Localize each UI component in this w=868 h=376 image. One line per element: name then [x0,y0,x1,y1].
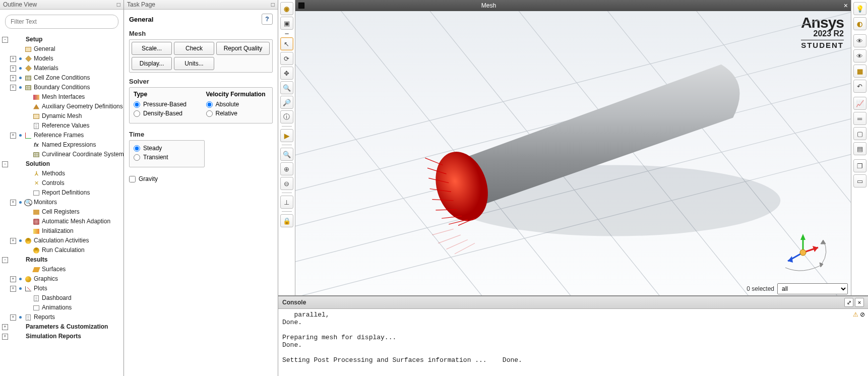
tree-item-controls[interactable]: ✕Controls [0,178,123,188]
tree-item-report-definitions[interactable]: Report Definitions [0,188,123,198]
expander-icon[interactable]: - [2,161,8,167]
tree-item-animations[interactable]: Animations [0,303,123,312]
expander-icon[interactable]: + [10,133,16,139]
tree-item-mesh-interfaces[interactable]: Mesh Interfaces [0,92,123,102]
square-icon[interactable]: ▢ [853,127,866,140]
rotate-icon[interactable]: ⟳ [280,52,293,65]
report-quality-button[interactable]: Report Quality [216,42,270,55]
tree-item-methods[interactable]: ⅄Methods [0,169,123,178]
scale-button[interactable]: Scale... [132,42,172,55]
tree-item-materials[interactable]: +Materials [0,64,123,73]
expander-icon[interactable]: - [2,257,8,263]
tree-item-dynamic-mesh[interactable]: Dynamic Mesh [0,111,123,121]
expander-icon[interactable]: + [2,334,8,340]
zoom-in-icon[interactable]: ⊕ [280,162,293,175]
units-button[interactable]: Units... [174,57,214,70]
tree-item-reference-values[interactable]: Reference Values [0,121,123,131]
zoom-icon[interactable]: 🔎 [280,96,293,109]
cube-icon[interactable]: ▣ [280,17,293,30]
status-dot-icon [17,133,23,139]
rule-icon[interactable]: ═ [853,112,866,125]
undo-icon[interactable]: ↶ [853,80,866,93]
expander-icon[interactable]: + [10,238,16,244]
zoom-box-icon[interactable]: 🔍 [280,81,293,94]
orientation-triad[interactable] [775,225,831,275]
clear-console-icon[interactable]: ⊘ [860,311,865,318]
zoom-fit-icon[interactable]: 🔍 [280,148,293,161]
box-icon[interactable]: ▦ [853,65,866,78]
tree-item-boundary-conditions[interactable]: +Boundary Conditions [0,83,123,92]
overlay-icon[interactable]: ▤ [853,142,866,155]
status-dot-icon [25,94,31,100]
lock-icon[interactable]: 🔒 [280,214,293,227]
tree-item-curvilinear-coordinate-system[interactable]: Curvilinear Coordinate System [0,150,123,159]
tree-item-reports[interactable]: +Reports [0,312,123,322]
tree-item-automatic-mesh-adaption[interactable]: Automatic Mesh Adaption [0,217,123,226]
expander-icon[interactable]: - [2,37,8,43]
radio-steady[interactable]: Steady [134,144,200,153]
viewport-3d[interactable]: Mesh × Ansys 2023 R2 STUDENT [295,0,851,295]
tree-item-results[interactable]: -Results [0,255,123,265]
radio-relative[interactable]: Relative [206,109,269,118]
info-icon[interactable]: ⓘ [280,110,293,123]
axes-icon[interactable]: ⊥ [280,196,293,209]
radio-density-based[interactable]: Density-Based [134,109,196,118]
center-area: ◉ ▣ •••• ↖ ⟳ ✥ 🔍 🔎 ⓘ ▶ 🔍 ⊕ ⊖ ⊥ 🔒 Mesh [278,0,868,376]
outline-tree[interactable]: -SetupGeneral+Models+Materials+Cell Zone… [0,34,123,376]
console-expand-icon[interactable]: ⤢ [844,298,853,307]
pan-icon[interactable]: ✥ [280,67,293,80]
radio-absolute[interactable]: Absolute [206,100,269,109]
gravity-checkbox[interactable]: Gravity [129,174,273,183]
hide-icon[interactable]: 👁 [853,34,866,47]
tree-item-solution[interactable]: -Solution [0,159,123,169]
tree-item-parameters-customization[interactable]: +Parameters & Customization [0,322,123,332]
tree-item-models[interactable]: +Models [0,54,123,64]
expander-icon[interactable]: + [10,56,16,62]
tree-item-auxiliary-geometry-definitions[interactable]: Auxiliary Geometry Definitions [0,102,123,111]
lightbulb-icon[interactable]: 💡 [853,2,866,15]
tree-item-monitors[interactable]: +🔍Monitors [0,198,123,207]
tree-item-cell-zone-conditions[interactable]: +Cell Zone Conditions [0,73,123,83]
expander-icon[interactable]: + [10,75,16,81]
paste-icon[interactable]: ▭ [853,174,866,187]
tree-item-initialization[interactable]: Initialization [0,226,123,236]
tree-item-graphics[interactable]: +Graphics [0,274,123,284]
display-button[interactable]: Display... [132,57,172,70]
radio-pressure-based[interactable]: Pressure-Based [134,100,196,109]
tree-item-calculation-activities[interactable]: +Calculation Activities [0,236,123,245]
zoom-out-icon[interactable]: ⊖ [280,177,293,190]
cursor-select-icon[interactable]: ↖ [280,37,293,50]
tree-item-general[interactable]: General [0,44,123,54]
tree-item-dashboard[interactable]: Dashboard [0,293,123,303]
warning-icon[interactable]: ⚠ [853,311,858,318]
radio-transient[interactable]: Transient [134,153,200,162]
probe-icon[interactable]: ▶ [280,129,293,142]
console-close-icon[interactable]: × [855,298,864,307]
selection-filter-dropdown[interactable]: all [777,283,848,294]
expander-icon[interactable]: + [10,286,16,292]
tree-item-plots[interactable]: +Plots [0,284,123,293]
expander-icon[interactable]: + [10,200,16,206]
filter-input[interactable] [5,15,118,29]
tree-item-simulation-reports[interactable]: +Simulation Reports [0,332,123,341]
shade-icon[interactable]: ◐ [853,17,866,30]
tree-item-named-expressions[interactable]: fxNamed Expressions [0,140,123,150]
chart-icon[interactable]: 📈 [853,97,866,110]
tree-item-run-calculation[interactable]: Run Calculation [0,245,123,255]
expander-icon[interactable]: + [10,85,16,91]
console-output[interactable]: parallel, Done. Preparing mesh for displ… [278,309,868,376]
expander-icon[interactable]: + [10,315,16,321]
copy-icon[interactable]: ❐ [853,159,866,172]
expander-icon[interactable]: + [2,324,8,330]
globe-icon[interactable]: ◉ [280,2,293,15]
help-button[interactable]: ? [262,14,273,25]
check-button[interactable]: Check [174,42,214,55]
viewport-close-icon[interactable]: × [844,2,848,10]
expander-icon[interactable]: + [10,66,16,72]
tree-item-cell-registers[interactable]: Cell Registers [0,207,123,217]
tree-item-surfaces[interactable]: Surfaces [0,265,123,274]
tree-item-setup[interactable]: -Setup [0,35,123,44]
show-icon[interactable]: 👁 [853,49,866,62]
expander-icon[interactable]: + [10,276,16,282]
tree-item-reference-frames[interactable]: +Reference Frames [0,131,123,140]
